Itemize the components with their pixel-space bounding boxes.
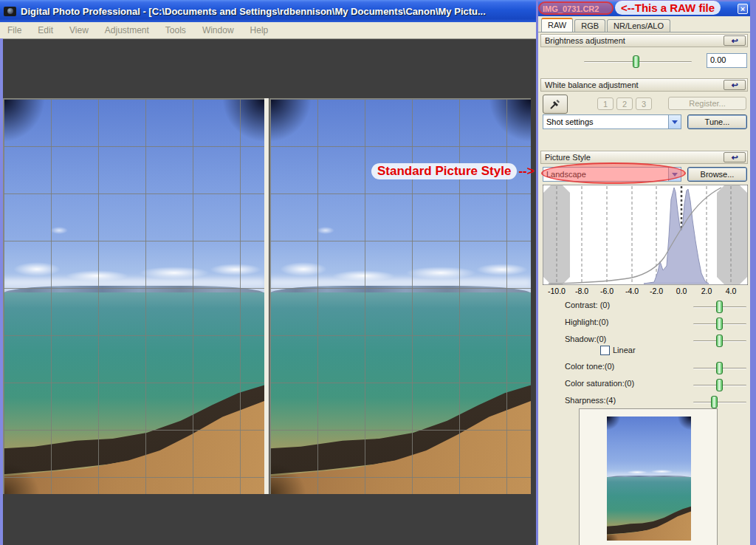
- highlight-label: Highlight:(0): [565, 318, 608, 326]
- picture-style-header: Picture Style ↩: [540, 151, 748, 164]
- tab-raw[interactable]: RAW: [541, 18, 573, 32]
- menu-view[interactable]: View: [69, 25, 89, 35]
- menu-file[interactable]: File: [7, 25, 21, 35]
- tool-palette: IMG_0731.CR2 × RAW RGB NR/Lens/ALO Brigh…: [536, 0, 756, 545]
- menu-adjustment[interactable]: Adjustment: [105, 25, 149, 35]
- shadow-slider-thumb[interactable]: [716, 335, 723, 347]
- contrast-slider-thumb[interactable]: [716, 301, 723, 313]
- photo-left[interactable]: [3, 98, 264, 494]
- wb-preset-1-button[interactable]: 1: [597, 97, 614, 110]
- picture-style-reset-button[interactable]: ↩: [724, 152, 746, 162]
- palette-title: IMG_0731.CR2: [543, 4, 599, 13]
- pane-divider: [264, 98, 269, 494]
- preview-frame: [579, 408, 718, 545]
- brightness-reset-button[interactable]: ↩: [724, 35, 746, 46]
- contrast-label: Contrast: (0): [565, 301, 610, 309]
- highlight-slider-thumb[interactable]: [716, 318, 723, 330]
- chevron-down-icon[interactable]: [668, 115, 681, 128]
- tab-nr-lens-alo[interactable]: NR/Lens/ALO: [607, 19, 670, 32]
- palette-tabs: RAW RGB NR/Lens/ALO: [541, 18, 672, 32]
- color-tone-slider-thumb[interactable]: [716, 362, 723, 374]
- brightness-value-field[interactable]: 0.00: [707, 53, 747, 68]
- tune-button[interactable]: Tune...: [687, 114, 747, 129]
- screen: Digital Photo Professional - [C:\Documen…: [0, 0, 756, 545]
- color-saturation-slider-thumb[interactable]: [716, 379, 723, 391]
- menu-tools[interactable]: Tools: [165, 25, 186, 35]
- palette-close-icon[interactable]: ×: [738, 4, 748, 14]
- color-saturation-label: Color saturation:(0): [565, 379, 634, 388]
- wb-preset-3-button[interactable]: 3: [636, 97, 652, 110]
- eyedropper-icon: [548, 97, 563, 112]
- tone-curve-histogram[interactable]: [543, 185, 748, 285]
- menu-window[interactable]: Window: [202, 25, 234, 35]
- camera-icon: [4, 7, 16, 16]
- chevron-down-icon[interactable]: [668, 168, 681, 181]
- photo-right[interactable]: [269, 98, 531, 494]
- white-balance-select[interactable]: Shot settings: [543, 114, 681, 129]
- white-balance-header: White balance adjustment ↩: [540, 78, 748, 92]
- tab-rgb[interactable]: RGB: [574, 19, 605, 32]
- wb-preset-2-button[interactable]: 2: [616, 97, 633, 110]
- sharpness-label: Sharpness:(4): [565, 396, 616, 405]
- browse-button[interactable]: Browse...: [687, 167, 747, 182]
- eyedropper-button[interactable]: [543, 95, 568, 114]
- menu-help[interactable]: Help: [250, 25, 269, 35]
- linear-label: Linear: [613, 346, 636, 354]
- shadow-label: Shadow:(0): [565, 335, 606, 343]
- preview-thumbnail[interactable]: [607, 417, 691, 541]
- palette-titlebar[interactable]: IMG_0731.CR2: [538, 1, 750, 16]
- sharpness-slider-thumb[interactable]: [711, 396, 718, 408]
- register-button[interactable]: Register...: [668, 97, 746, 110]
- color-tone-label: Color tone:(0): [565, 362, 614, 371]
- histogram-axis: -10.0 -8.0 -6.0 -4.0 -2.0 0.0 2.0 4.0: [543, 287, 748, 296]
- menu-edit[interactable]: Edit: [38, 25, 53, 35]
- sharpness-slider[interactable]: [693, 402, 746, 403]
- picture-style-value: Landscape: [546, 170, 586, 179]
- brightness-slider-thumb[interactable]: [633, 55, 639, 68]
- linear-checkbox[interactable]: [600, 346, 610, 355]
- white-balance-reset-button[interactable]: ↩: [724, 80, 746, 90]
- white-balance-value: Shot settings: [546, 117, 594, 126]
- picture-style-select[interactable]: Landscape: [543, 167, 681, 182]
- brightness-header: Brightness adjustment ↩: [540, 34, 748, 47]
